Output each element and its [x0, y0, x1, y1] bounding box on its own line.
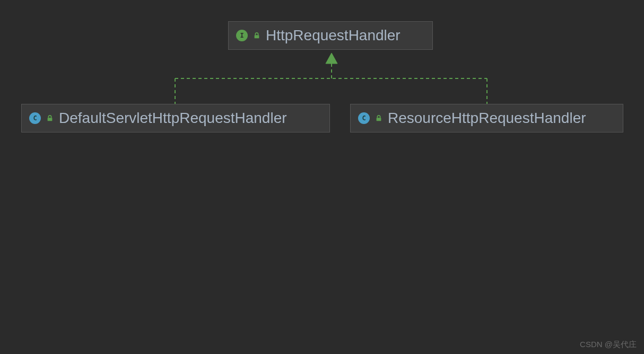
- class-name-label: HttpRequestHandler: [266, 27, 401, 44]
- watermark-text: CSDN @吴代庄: [580, 340, 637, 350]
- lock-icon: [253, 32, 260, 39]
- uml-connectors: [0, 0, 644, 354]
- uml-node-child[interactable]: C DefaultServletHttpRequestHandler: [21, 104, 330, 132]
- interface-icon: I: [236, 30, 248, 41]
- svg-rect-4: [255, 35, 259, 38]
- class-icon: C: [29, 112, 41, 124]
- class-name-label: DefaultServletHttpRequestHandler: [59, 110, 287, 127]
- class-name-label: ResourceHttpRequestHandler: [388, 110, 586, 127]
- uml-node-child[interactable]: C ResourceHttpRequestHandler: [350, 104, 623, 132]
- lock-icon: [375, 114, 382, 122]
- uml-node-parent[interactable]: I HttpRequestHandler: [228, 21, 433, 50]
- lock-icon: [46, 114, 54, 122]
- class-icon: C: [358, 112, 370, 124]
- svg-rect-5: [48, 118, 53, 121]
- svg-rect-6: [377, 118, 381, 121]
- arrow-head-icon: [326, 53, 337, 64]
